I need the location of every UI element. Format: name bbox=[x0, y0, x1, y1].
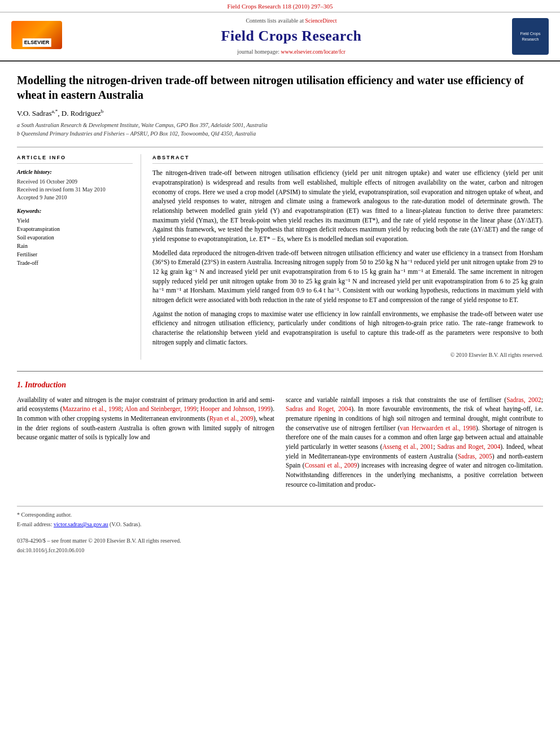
keywords-label: Keywords: bbox=[17, 207, 133, 215]
journal-header: Contents lists available at ScienceDirec… bbox=[0, 12, 560, 61]
email-line: E-mail address: victor.sadras@sa.gov.au … bbox=[17, 521, 543, 528]
abstract-column: ABSTRACT The nitrogen-driven trade-off b… bbox=[152, 154, 543, 360]
journal-logo-area: Field Crops Research bbox=[504, 18, 549, 55]
accepted-date: Accepted 9 June 2010 bbox=[17, 194, 133, 202]
elsevier-logo bbox=[11, 21, 62, 49]
journal-reference-bar: Field Crops Research 118 (2010) 297–305 bbox=[0, 0, 560, 12]
affiliations: a South Australian Research & Developmen… bbox=[17, 121, 543, 138]
received-revised-date: Received in revised form 31 May 2010 bbox=[17, 186, 133, 194]
keyword-evapotranspiration: Evapotranspiration bbox=[17, 225, 133, 233]
keyword-soil-evaporation: Soil evaporation bbox=[17, 234, 133, 242]
ref-sadras-roget-2[interactable]: Sadras and Roget, 2004 bbox=[438, 443, 501, 450]
ref-mazzarino[interactable]: Mazzarino et al., 1998 bbox=[63, 405, 121, 412]
keywords-list: Yield Evapotranspiration Soil evaporatio… bbox=[17, 217, 133, 267]
article-footer: * Corresponding author. E-mail address: … bbox=[17, 506, 543, 554]
ref-cossani[interactable]: Cossani et al., 2009 bbox=[305, 462, 357, 469]
contents-available-line: Contents lists available at ScienceDirec… bbox=[79, 17, 504, 25]
authors-line: V.O. Sadrasa,*, D. Rodriguezb bbox=[17, 108, 543, 119]
author-a: V.O. Sadras bbox=[17, 109, 52, 117]
email-link[interactable]: victor.sadras@sa.gov.au bbox=[54, 521, 108, 527]
publisher-logo-area bbox=[11, 21, 79, 52]
article-title: Modelling the nitrogen-driven trade-off … bbox=[17, 73, 543, 102]
abstract-paragraph-2: Modelled data reproduced the nitrogen-dr… bbox=[152, 248, 543, 305]
keywords-section: Keywords: Yield Evapotranspiration Soil … bbox=[17, 207, 133, 267]
journal-title-area: Contents lists available at ScienceDirec… bbox=[79, 17, 504, 55]
journal-ref-text: Field Crops Research 118 (2010) 297–305 bbox=[228, 3, 333, 10]
main-content: Modelling the nitrogen-driven trade-off … bbox=[0, 62, 560, 567]
keyword-trade-off: Trade-off bbox=[17, 259, 133, 267]
keyword-fertiliser: Fertiliser bbox=[17, 251, 133, 259]
article-history-section: Article history: Received 16 October 200… bbox=[17, 168, 133, 202]
introduction-left-col: Availability of water and nitrogen is th… bbox=[17, 395, 274, 493]
abstract-text: The nitrogen-driven trade-off between ni… bbox=[152, 168, 543, 347]
introduction-title: Introduction bbox=[25, 381, 66, 389]
section-number: 1. bbox=[17, 381, 23, 389]
keyword-yield: Yield bbox=[17, 217, 133, 225]
journal-homepage-line: journal homepage: www.elsevier.com/locat… bbox=[79, 48, 504, 56]
ref-asseng[interactable]: Asseng et al., 2001 bbox=[382, 443, 433, 450]
author-a-superscript: a,* bbox=[52, 108, 58, 114]
article-history-label: Article history: bbox=[17, 168, 133, 176]
section-divider bbox=[17, 371, 543, 372]
ref-sadras-2002[interactable]: Sadras, 2002 bbox=[506, 396, 541, 403]
abstract-heading: ABSTRACT bbox=[152, 154, 543, 164]
copyright-line: © 2010 Elsevier B.V. All rights reserved… bbox=[152, 351, 543, 360]
author-b-superscript: b bbox=[101, 108, 104, 114]
introduction-heading: 1. Introduction bbox=[17, 379, 543, 391]
abstract-paragraph-3: Against the notion of managing crops to … bbox=[152, 309, 543, 347]
corresponding-author-note: * Corresponding author. bbox=[17, 511, 543, 519]
affiliation-b: b Queensland Primary Industries and Fish… bbox=[17, 129, 543, 138]
field-crops-research-logo: Field Crops Research bbox=[512, 18, 549, 55]
introduction-body: Availability of water and nitrogen is th… bbox=[17, 395, 543, 493]
ref-hooper[interactable]: Hooper and Johnson, 1999 bbox=[200, 405, 270, 412]
ref-sadras-2005[interactable]: Sadras, 2005 bbox=[458, 453, 492, 460]
journal-homepage-link[interactable]: www.elsevier.com/locate/fcr bbox=[281, 49, 345, 55]
received-date: Received 16 October 2009 bbox=[17, 178, 133, 186]
intro-left-text: Availability of water and nitrogen is th… bbox=[17, 395, 274, 442]
author-b: , D. Rodriguez bbox=[58, 109, 101, 117]
ref-ryan[interactable]: Ryan et al., 2009 bbox=[209, 415, 253, 422]
ref-alon[interactable]: Alon and Steinberger, 1999 bbox=[125, 405, 197, 412]
ref-van-herwaarden[interactable]: van Herwaarden et al., 1998 bbox=[400, 425, 475, 431]
abstract-paragraph-1: The nitrogen-driven trade-off between ni… bbox=[152, 168, 543, 243]
sciencedirect-link[interactable]: ScienceDirect bbox=[305, 18, 336, 24]
affiliation-a: a South Australian Research & Developmen… bbox=[17, 121, 543, 129]
issn-line: 0378-4290/$ – see front matter © 2010 El… bbox=[17, 537, 543, 545]
ref-sadras-roget[interactable]: Sadras and Roget, 2004 bbox=[286, 405, 351, 412]
intro-right-text: scarce and variable rainfall imposes a r… bbox=[286, 395, 543, 490]
keyword-rain: Rain bbox=[17, 242, 133, 250]
article-info-column: ARTICLE INFO Article history: Received 1… bbox=[17, 154, 141, 360]
article-info-abstract-section: ARTICLE INFO Article history: Received 1… bbox=[17, 147, 543, 360]
journal-title: Field Crops Research bbox=[79, 26, 504, 46]
introduction-right-col: scarce and variable rainfall imposes a r… bbox=[286, 395, 543, 493]
article-info-heading: ARTICLE INFO bbox=[17, 154, 133, 164]
doi-line: doi:10.1016/j.fcr.2010.06.010 bbox=[17, 547, 543, 554]
